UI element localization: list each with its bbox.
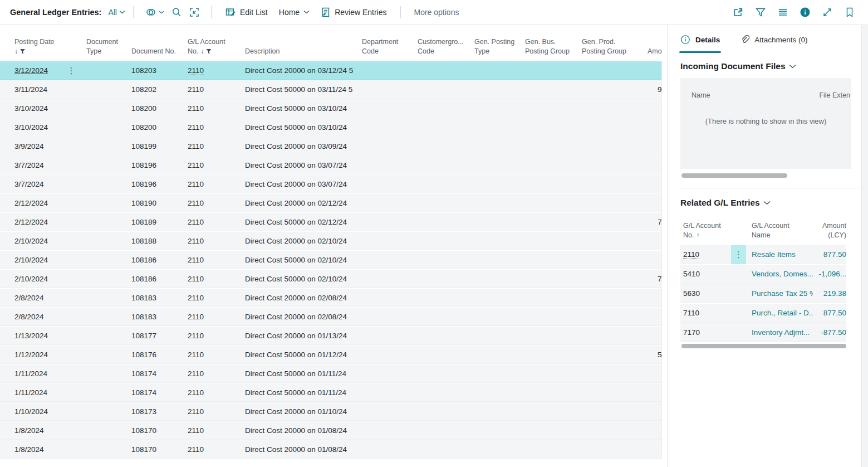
cell-posting-date[interactable]: 1/8/2024 <box>14 421 70 440</box>
show-list-button[interactable] <box>774 6 791 18</box>
cell-posting-date[interactable]: 2/12/2024 <box>14 213 70 231</box>
vertical-scrollbar[interactable] <box>861 25 868 467</box>
horizontal-scrollbar-thumb[interactable] <box>681 173 787 178</box>
cell-gl-account-no[interactable]: 2110 <box>188 364 241 383</box>
share-button[interactable] <box>730 6 747 18</box>
column-header-file-extension[interactable]: File Exten <box>819 91 850 99</box>
cell-gl-account-no[interactable]: 2110 <box>188 137 241 155</box>
table-row[interactable]: 2/8/20241081832110Direct Cost 20000 on 0… <box>0 308 661 327</box>
expand-button[interactable] <box>819 6 836 18</box>
cell-gl-account-no[interactable]: 2110 <box>188 270 241 288</box>
cell-posting-date[interactable]: 2/8/2024 <box>14 308 70 326</box>
review-entries-button[interactable]: Review Entries <box>315 7 392 18</box>
row-ellipsis-icon[interactable]: ⋮ <box>731 245 746 264</box>
cell-posting-date[interactable]: 1/11/2024 <box>14 364 70 383</box>
tab-attachments[interactable]: Attachments (0) <box>740 25 807 54</box>
column-header-document-no[interactable]: Document No. <box>131 47 183 56</box>
cell-amount-lcy[interactable]: 219.38 <box>781 284 846 303</box>
related-entry-row[interactable]: 2110⋮Resale Items877.50 <box>680 245 846 265</box>
edit-list-button[interactable]: Edit List <box>219 7 273 18</box>
cell-document-no[interactable]: 108173 <box>131 402 183 421</box>
table-row[interactable]: 3/10/20241082002110Direct Cost 50000 on … <box>0 99 661 118</box>
cell-document-no[interactable]: 108170 <box>131 440 183 459</box>
cell-description[interactable]: Direct Cost 50000 on 03/10/24 <box>245 99 362 118</box>
cell-gl-account-no[interactable]: 2110 <box>188 289 241 307</box>
cell-posting-date[interactable]: 3/10/2024 <box>14 99 70 118</box>
cell-description[interactable]: Direct Cost 50000 on 02/10/24 <box>245 251 362 269</box>
cell-description[interactable]: Direct Cost 50000 on 02/10/24 <box>245 270 362 288</box>
cell-amount-partial[interactable]: 7 <box>658 213 662 231</box>
cell-description[interactable]: Direct Cost 20000 on 02/10/24 <box>245 232 362 250</box>
cell-amount-lcy[interactable]: -1,096... <box>781 265 846 284</box>
filter-button[interactable] <box>752 6 769 18</box>
cell-document-no[interactable]: 108183 <box>131 308 183 326</box>
cell-posting-date[interactable]: 1/13/2024 <box>14 327 70 345</box>
info-button[interactable] <box>797 6 813 18</box>
cell-gl-account-no[interactable]: 2110 <box>188 156 241 174</box>
table-row[interactable]: 3/7/20241081962110Direct Cost 20000 on 0… <box>0 175 661 194</box>
cell-posting-date[interactable]: 3/7/2024 <box>14 175 70 193</box>
table-row[interactable]: 1/10/20241081732110Direct Cost 20000 on … <box>0 402 661 421</box>
cell-gl-account-no[interactable]: 5630 <box>683 284 736 303</box>
cell-posting-date[interactable]: 2/10/2024 <box>14 270 70 288</box>
cell-document-no[interactable]: 108202 <box>131 80 183 99</box>
cell-amount-partial[interactable]: 7 <box>658 270 662 288</box>
table-row[interactable]: 2/10/20241081882110Direct Cost 20000 on … <box>0 232 661 251</box>
cell-description[interactable]: Direct Cost 20000 on 03/07/24 <box>245 175 362 193</box>
cell-posting-date[interactable]: 1/8/2024 <box>14 440 70 459</box>
cell-description[interactable]: Direct Cost 20000 on 03/12/24 5 <box>245 61 362 80</box>
cell-description[interactable]: Direct Cost 20000 on 01/08/24 <box>245 440 362 459</box>
cell-posting-date[interactable]: 2/10/2024 <box>14 251 70 269</box>
cell-document-no[interactable]: 108203 <box>131 61 183 80</box>
cell-amount-lcy[interactable]: -877.50 <box>781 323 846 342</box>
cell-gl-account-no[interactable]: 2110 <box>188 327 241 345</box>
related-entry-row[interactable]: 5410Vendors, Domes...-1,096... <box>680 265 846 284</box>
cell-description[interactable]: Direct Cost 20000 on 02/12/24 <box>245 194 362 212</box>
cell-description[interactable]: Direct Cost 20000 on 01/08/24 <box>245 421 362 440</box>
cell-posting-date[interactable]: 3/12/2024 <box>14 61 70 80</box>
related-gl-entries-heading[interactable]: Related G/L Entries <box>680 198 771 208</box>
table-row[interactable]: 2/10/20241081862110Direct Cost 50000 on … <box>0 251 661 270</box>
cell-description[interactable]: Direct Cost 50000 on 01/12/24 <box>245 346 362 364</box>
cell-description[interactable]: Direct Cost 50000 on 02/12/24 <box>245 213 362 231</box>
cell-document-no[interactable]: 108196 <box>131 156 183 174</box>
row-ellipsis-icon[interactable]: ⋮ <box>66 61 77 80</box>
column-header-name[interactable]: Name <box>692 91 710 99</box>
cell-gl-account-no[interactable]: 5410 <box>683 265 736 284</box>
cell-gl-account-no[interactable]: 2110 <box>188 251 241 269</box>
cell-gl-account-no[interactable]: 2110 <box>188 118 241 137</box>
table-row[interactable]: 3/11/20241082022110Direct Cost 50000 on … <box>0 80 661 99</box>
cell-description[interactable]: Direct Cost 50000 on 01/11/24 <box>245 364 362 383</box>
tab-details[interactable]: Details <box>680 25 720 54</box>
cell-document-no[interactable]: 108189 <box>131 213 183 231</box>
cell-gl-account-no[interactable]: 2110 <box>188 440 241 459</box>
cell-amount-lcy[interactable]: 877.50 <box>781 245 846 264</box>
cell-document-no[interactable]: 108186 <box>131 251 183 269</box>
cell-posting-date[interactable]: 1/11/2024 <box>14 383 70 402</box>
table-row[interactable]: 1/12/20241081762110Direct Cost 50000 on … <box>0 346 661 364</box>
cell-description[interactable]: Direct Cost 20000 on 03/07/24 <box>245 156 362 174</box>
column-header-document-type[interactable]: DocumentType <box>86 37 130 56</box>
cell-posting-date[interactable]: 1/12/2024 <box>14 346 70 364</box>
table-row[interactable]: 2/8/20241081832110Direct Cost 20000 on 0… <box>0 289 661 308</box>
cell-document-no[interactable]: 108183 <box>131 289 183 307</box>
column-header-department-code[interactable]: DepartmentCode <box>362 37 415 56</box>
cell-gl-account-no[interactable]: 2110 <box>188 346 241 364</box>
cell-gl-account-no[interactable]: 2110 <box>188 99 241 118</box>
table-row[interactable]: 3/10/20241082002110Direct Cost 50000 on … <box>0 118 661 137</box>
cell-gl-account-no[interactable]: 2110 <box>188 232 241 250</box>
cell-document-no[interactable]: 108200 <box>131 118 183 137</box>
column-header-amount[interactable]: Amou <box>648 47 662 56</box>
cell-document-no[interactable]: 108196 <box>131 175 183 193</box>
cell-amount-lcy[interactable]: 877.50 <box>781 304 846 323</box>
cell-gl-account-no[interactable]: 2110 <box>188 213 241 231</box>
cell-description[interactable]: Direct Cost 20000 on 02/08/24 <box>245 308 362 326</box>
table-row[interactable]: 1/11/20241081742110Direct Cost 50000 on … <box>0 383 661 402</box>
related-entry-row[interactable]: 5630Purchase Tax 25 %219.38 <box>680 284 846 304</box>
cell-posting-date[interactable]: 2/12/2024 <box>14 194 70 212</box>
column-header-customergroup-code[interactable]: Customergro...Code <box>418 37 472 56</box>
table-row[interactable]: 3/7/20241081962110Direct Cost 20000 on 0… <box>0 156 661 175</box>
column-header-gen-bus-posting-group[interactable]: Gen. Bus.Posting Group <box>525 37 580 56</box>
view-selector[interactable]: All <box>108 8 125 17</box>
cell-document-no[interactable]: 108186 <box>131 270 183 288</box>
